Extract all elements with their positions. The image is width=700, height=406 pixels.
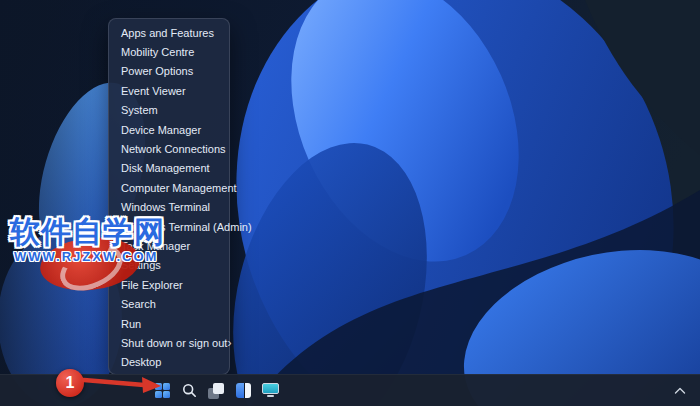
show-hidden-icons-button[interactable] [670,379,690,403]
menu-item-label: File Explorer [121,279,183,291]
menu-item-label: Mobility Centre [121,46,194,58]
step-number-badge: 1 [56,369,84,397]
submenu-chevron-icon: › [227,337,231,349]
menu-item-label: Apps and Features [121,27,214,39]
menu-item-desktop[interactable]: Desktop [112,353,226,372]
winx-context-menu: Apps and FeaturesMobility CentrePower Op… [108,18,230,375]
menu-item-network-connections[interactable]: Network Connections [112,139,226,158]
search-button[interactable] [179,379,199,403]
menu-item-label: Power Options [121,65,193,77]
menu-item-label: Run [121,318,141,330]
menu-item-label: Network Connections [121,143,226,155]
menu-item-label: Task Manager [121,240,190,252]
search-icon [182,383,197,398]
task-view-icon [208,383,224,399]
menu-item-label: Device Manager [121,124,201,136]
annotation-arrow-icon [82,372,164,394]
menu-item-system[interactable]: System [112,101,226,120]
menu-item-mobility-centre[interactable]: Mobility Centre [112,42,226,61]
menu-item-run[interactable]: Run [112,314,226,333]
menu-item-file-explorer[interactable]: File Explorer [112,275,226,294]
menu-item-label: Settings [121,259,161,271]
menu-item-label: System [121,104,158,116]
menu-item-label: Disk Management [121,162,210,174]
menu-item-disk-management[interactable]: Disk Management [112,159,226,178]
menu-item-power-options[interactable]: Power Options [112,62,226,81]
display-app-button[interactable] [260,379,280,403]
menu-item-label: Search [121,298,156,310]
monitor-icon [262,383,279,398]
menu-item-task-manager[interactable]: Task Manager [112,236,226,255]
menu-item-label: Computer Management [121,182,237,194]
wallpaper-bloom-image [0,0,700,406]
menu-item-apps-and-features[interactable]: Apps and Features [112,23,226,42]
menu-item-computer-management[interactable]: Computer Management [112,178,226,197]
menu-item-label: Windows Terminal [121,201,210,213]
taskbar-icons [152,375,280,406]
menu-item-windows-terminal[interactable]: Windows Terminal [112,198,226,217]
menu-item-label: Desktop [121,356,161,368]
chevron-up-icon [674,387,686,395]
desktop: Apps and FeaturesMobility CentrePower Op… [0,0,700,406]
menu-item-event-viewer[interactable]: Event Viewer [112,81,226,100]
menu-item-shut-down-or-sign-out[interactable]: Shut down or sign out› [112,333,226,352]
menu-item-device-manager[interactable]: Device Manager [112,120,226,139]
widgets-icon [236,383,251,398]
menu-item-label: Event Viewer [121,85,186,97]
menu-item-search[interactable]: Search [112,294,226,313]
menu-item-settings[interactable]: Settings [112,256,226,275]
task-view-button[interactable] [206,379,226,403]
menu-item-label: Shut down or sign out [121,337,227,349]
widgets-button[interactable] [233,379,253,403]
system-tray [670,375,690,406]
menu-item-label: Windows Terminal (Admin) [121,221,252,233]
menu-item-windows-terminal-admin[interactable]: Windows Terminal (Admin) [112,217,226,236]
